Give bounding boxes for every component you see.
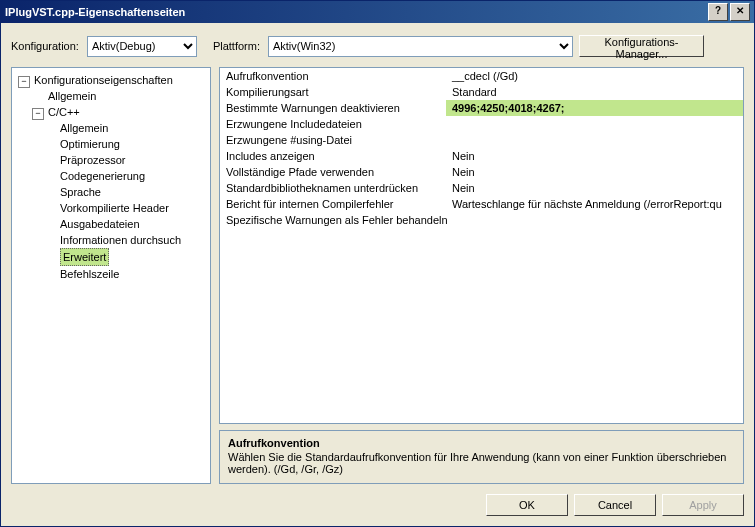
titlebar[interactable]: IPlugVST.cpp-Eigenschaftenseiten ? ✕ [1,1,754,23]
tree-item[interactable]: Codegenerierung [14,168,208,184]
platform-select[interactable]: Aktiv(Win32) [268,36,573,57]
grid-row[interactable]: Spezifische Warnungen als Fehler behande… [220,212,743,228]
right-pane: Aufrufkonvention__cdecl (/Gd) Kompilieru… [219,67,744,484]
tree-item-cpp[interactable]: −C/C++ [14,104,208,120]
apply-button[interactable]: Apply [662,494,744,516]
dialog-footer: OK Cancel Apply [1,488,754,526]
collapse-icon[interactable]: − [32,108,44,120]
grid-row[interactable]: Bestimmte Warnungen deaktivieren4996;425… [220,100,743,116]
tree-item-general[interactable]: Allgemein [14,88,208,104]
collapse-icon[interactable]: − [18,76,30,88]
help-box: Aufrufkonvention Wählen Sie die Standard… [219,430,744,484]
ok-button[interactable]: OK [486,494,568,516]
grid-row[interactable]: Aufrufkonvention__cdecl (/Gd) [220,68,743,84]
window-title: IPlugVST.cpp-Eigenschaftenseiten [5,6,706,18]
tree-item[interactable]: Allgemein [14,120,208,136]
nav-tree[interactable]: −Konfigurationseigenschaften Allgemein −… [11,67,211,484]
grid-row[interactable]: Erzwungene #using-Datei [220,132,743,148]
grid-row[interactable]: Standardbibliotheknamen unterdrückenNein [220,180,743,196]
cancel-button[interactable]: Cancel [574,494,656,516]
tree-item[interactable]: Optimierung [14,136,208,152]
tree-item[interactable]: Vorkompilierte Header [14,200,208,216]
grid-row[interactable]: Vollständige Pfade verwendenNein [220,164,743,180]
grid-row[interactable]: Includes anzeigenNein [220,148,743,164]
property-grid[interactable]: Aufrufkonvention__cdecl (/Gd) Kompilieru… [219,67,744,424]
tree-root[interactable]: −Konfigurationseigenschaften [14,72,208,88]
help-icon[interactable]: ? [708,3,728,21]
help-body: Wählen Sie die Standardaufrufkonvention … [228,451,735,475]
help-title: Aufrufkonvention [228,437,735,449]
close-icon[interactable]: ✕ [730,3,750,21]
grid-row[interactable]: Bericht für internen CompilerfehlerWarte… [220,196,743,212]
platform-label: Plattform: [213,40,260,52]
config-select[interactable]: Aktiv(Debug) [87,36,197,57]
grid-row[interactable]: Erzwungene Includedateien [220,116,743,132]
property-pages-dialog: IPlugVST.cpp-Eigenschaftenseiten ? ✕ Kon… [0,0,755,527]
tree-item[interactable]: Sprache [14,184,208,200]
tree-item[interactable]: Informationen durchsuch [14,232,208,248]
config-manager-button[interactable]: Konfigurations-Manager... [579,35,704,57]
config-label: Konfiguration: [11,40,79,52]
tree-item[interactable]: Präprozessor [14,152,208,168]
tree-item[interactable]: Ausgabedateien [14,216,208,232]
grid-row[interactable]: KompilierungsartStandard [220,84,743,100]
config-row: Konfiguration: Aktiv(Debug) Plattform: A… [1,23,754,63]
tree-item-selected[interactable]: Erweitert [14,248,208,266]
tree-item[interactable]: Befehlszeile [14,266,208,282]
